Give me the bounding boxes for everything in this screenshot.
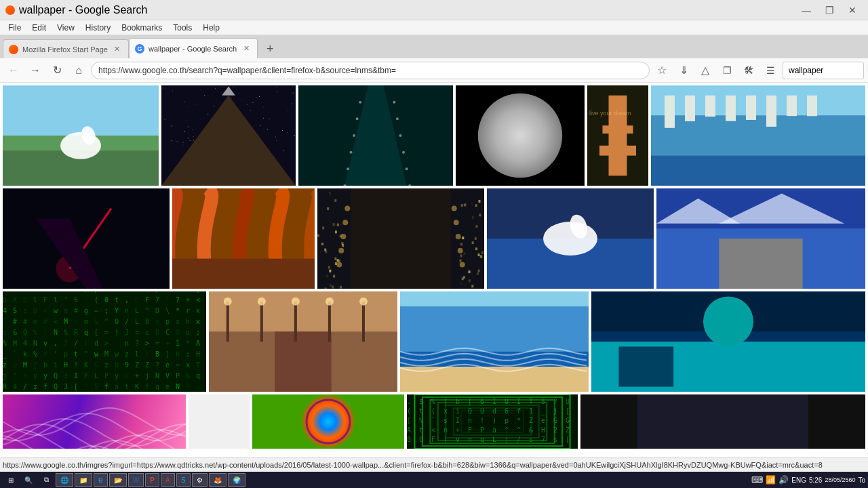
taskbar-ie[interactable]: e (94, 473, 108, 487)
menu-tools[interactable]: Tools (167, 22, 197, 34)
back-button[interactable]: ← (4, 61, 23, 80)
menu-history[interactable]: History (80, 22, 116, 34)
image-mountain-night[interactable] (161, 85, 296, 186)
task-view-button[interactable]: ⧉ (38, 473, 54, 487)
menubar: File Edit View History Bookmarks Tools H… (0, 20, 868, 35)
taskbar-skype[interactable]: S (176, 473, 191, 487)
titlebar-controls: — ❐ ✕ (796, 3, 863, 17)
titlebar-title: wallpaper - Google Search (19, 4, 147, 16)
wifi-icon[interactable]: 📶 (766, 475, 776, 485)
bookmark-button[interactable]: ☆ (652, 61, 671, 80)
taskbar-folder[interactable]: 📁 (75, 473, 92, 487)
google-tab-icon: G (135, 44, 144, 54)
image-city-night-street[interactable] (317, 188, 484, 289)
taskbar-settings-app[interactable]: ⚙ (192, 473, 208, 487)
taskbar-firefox[interactable]: 🦊 (209, 473, 226, 487)
maximize-button[interactable]: ❐ (819, 3, 840, 17)
firefox-sync-button[interactable]: △ (696, 61, 715, 80)
new-tab-button[interactable]: + (260, 39, 279, 58)
home-button[interactable]: ⌂ (69, 61, 88, 80)
tabbar: Mozilla Firefox Start Page ✕ G wallpaper… (0, 35, 868, 58)
menu-edit[interactable]: Edit (26, 22, 52, 34)
firefox-tab-icon (9, 45, 18, 54)
image-matrix-code[interactable] (3, 291, 206, 392)
tab-firefox-close[interactable]: ✕ (112, 44, 123, 55)
language-indicator[interactable]: ENG (791, 476, 806, 484)
search-input[interactable] (783, 62, 864, 79)
taskbar: ⊞ 🔍 ⧉ 🌐 📁 e 📂 W P A S ⚙ 🦊 🌍 ⌨ 📶 🔊 ENG 5:… (0, 472, 868, 488)
menu-help[interactable]: Help (197, 22, 225, 34)
image-swan-lake[interactable] (3, 85, 159, 186)
taskbar-chrome[interactable]: 🌍 (228, 473, 245, 487)
image-lightsaber[interactable] (3, 188, 170, 289)
menu-button[interactable]: ☰ (761, 61, 780, 80)
tab-firefox-start[interactable]: Mozilla Firefox Start Page ✕ (3, 39, 129, 58)
tab-google-search[interactable]: G wallpaper - Google Search ✕ (129, 38, 258, 58)
image-row-2 (3, 188, 865, 289)
image-colorful-waves[interactable] (3, 394, 186, 449)
clock-time: 5:26 (809, 476, 822, 484)
close-button[interactable]: ✕ (842, 3, 863, 17)
taskbar-word[interactable]: W (128, 473, 144, 487)
titlebar: wallpaper - Google Search — ❐ ✕ (0, 0, 868, 20)
start-button[interactable]: ⊞ (3, 473, 19, 487)
statusbar-url: https://www.google.co.th/imgres?imgurl=h… (3, 461, 865, 469)
image-green-neon[interactable] (407, 394, 578, 449)
image-coastal-city[interactable] (651, 85, 865, 186)
image-row-4 (3, 394, 865, 449)
image-dark-road[interactable] (298, 85, 453, 186)
image-blue-ocean[interactable] (400, 291, 589, 392)
keyboard-icon[interactable]: ⌨ (751, 475, 763, 485)
tab-google-label: wallpaper - Google Search (149, 45, 237, 53)
image-row-1 (3, 85, 865, 186)
image-moon[interactable] (456, 85, 585, 186)
clock-date: 28/05/2560 (825, 476, 855, 483)
minimize-button[interactable]: — (796, 3, 816, 17)
reload-button[interactable]: ↻ (47, 61, 66, 80)
firefox-titlebar-icon (5, 5, 15, 15)
taskbar-search[interactable]: 🔍 (20, 473, 37, 487)
navbar: ← → ↻ ⌂ ☆ ⇓ △ ❐ 🛠 ☰ (0, 58, 868, 83)
menu-file[interactable]: File (3, 22, 26, 34)
image-row-3 (3, 291, 865, 392)
menu-bookmarks[interactable]: Bookmarks (116, 22, 167, 34)
menu-view[interactable]: View (52, 22, 80, 34)
image-tropical-blue[interactable] (591, 291, 865, 392)
image-firefox-spiral[interactable] (252, 394, 404, 449)
taskbar-filemanager[interactable]: 📂 (109, 473, 127, 487)
image-eiffel-tower[interactable] (587, 85, 648, 186)
image-sepia-pier[interactable] (209, 291, 397, 392)
image-pier-mountains[interactable] (656, 188, 865, 289)
titlebar-left: wallpaper - Google Search (5, 4, 147, 16)
taskbar-right: ⌨ 📶 🔊 ENG 5:26 28/05/2560 To (751, 475, 865, 485)
to-label: To (858, 476, 865, 484)
image-dark-abstract[interactable] (580, 394, 865, 449)
image-white-blank[interactable] (189, 394, 250, 449)
download-button[interactable]: ⇓ (674, 61, 693, 80)
pocket-button[interactable]: ❐ (717, 61, 736, 80)
image-swan-blue[interactable] (487, 188, 654, 289)
devtools-button[interactable]: 🛠 (739, 61, 758, 80)
sound-icon[interactable]: 🔊 (778, 475, 789, 485)
taskbar-powerpoint[interactable]: P (145, 473, 159, 487)
taskbar-left: ⊞ 🔍 ⧉ 🌐 📁 e 📂 W P A S ⚙ 🦊 🌍 (3, 473, 245, 487)
tab-google-close[interactable]: ✕ (241, 43, 252, 54)
image-grid[interactable] (0, 83, 868, 457)
taskbar-access[interactable]: A (161, 473, 175, 487)
forward-button[interactable]: → (26, 61, 45, 80)
statusbar: https://www.google.co.th/imgres?imgurl=h… (0, 457, 868, 472)
image-autumn-forest[interactable] (172, 188, 315, 289)
tab-firefox-label: Mozilla Firefox Start Page (22, 45, 108, 54)
taskbar-explorer[interactable]: 🌐 (56, 473, 73, 487)
address-bar[interactable] (91, 62, 650, 79)
